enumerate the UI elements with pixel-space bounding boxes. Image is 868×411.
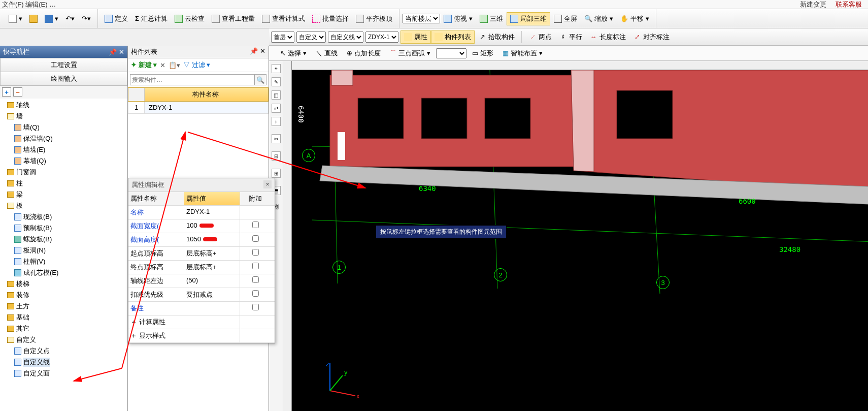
tree-earth[interactable]: 土方 bbox=[7, 301, 127, 312]
instance-select[interactable]: ZDYX-1 bbox=[365, 31, 398, 43]
open-button[interactable] bbox=[26, 13, 41, 25]
copy-button[interactable]: 📋▾ bbox=[169, 61, 180, 69]
define-button[interactable]: 定义 bbox=[101, 12, 131, 25]
tab-draw-input[interactable]: 绘图输入 bbox=[0, 72, 127, 86]
complist-toggle-button[interactable]: 构件列表 bbox=[431, 30, 475, 44]
prop-group-toggle[interactable]: ＋ 计算属性 bbox=[128, 315, 184, 329]
canvas-area[interactable]: ⌖ ✎ ◫ ⇄ ↕ 延伸 ✂ 修剪 ⊟ 打断 ⊞ 合并 ⬒ 分割 bbox=[269, 61, 868, 411]
prop-value[interactable]: 1050 bbox=[184, 233, 240, 246]
tree-wall-duo[interactable]: 墙垛(E) bbox=[14, 144, 127, 155]
tree-opening[interactable]: 门窗洞 bbox=[7, 167, 127, 178]
current-floor-select[interactable]: 当前楼层 bbox=[403, 14, 440, 23]
cloud-check-button[interactable]: 云检查 bbox=[171, 12, 208, 25]
tree-slab-cap[interactable]: 柱帽(V) bbox=[14, 256, 127, 267]
addon-checkbox[interactable] bbox=[252, 235, 259, 242]
flat-top-button[interactable]: 平齐板顶 bbox=[352, 12, 396, 25]
tree-slab[interactable]: 板 bbox=[7, 200, 127, 211]
prop-value[interactable] bbox=[184, 302, 240, 315]
menu-new-change[interactable]: 新建变更 bbox=[800, 0, 826, 9]
tool-button[interactable]: ⊟ bbox=[272, 151, 281, 161]
tool-button[interactable]: ✎ bbox=[272, 77, 281, 86]
tree-beam[interactable]: 梁 bbox=[7, 189, 127, 200]
addon-checkbox[interactable] bbox=[252, 276, 259, 283]
addon-checkbox[interactable] bbox=[252, 249, 259, 256]
tree-custom-line[interactable]: 自定义线 bbox=[14, 357, 127, 368]
tree-column[interactable]: 柱 bbox=[7, 178, 127, 189]
3d-button[interactable]: 三维 bbox=[476, 12, 507, 25]
tree-deco[interactable]: 装修 bbox=[7, 290, 127, 301]
prop-value[interactable]: (50) bbox=[184, 274, 240, 288]
tree-wall-ins[interactable]: 保温墙(Q) bbox=[14, 133, 127, 144]
length-dim-button[interactable]: ↔长度标注 bbox=[586, 30, 629, 44]
tree-axis[interactable]: 轴线 bbox=[7, 100, 127, 111]
tree-wall-q[interactable]: 墙(Q) bbox=[14, 122, 127, 133]
tree-wall[interactable]: 墙 bbox=[7, 111, 127, 122]
delete-button[interactable]: ✕ bbox=[160, 61, 165, 69]
addon-checkbox[interactable] bbox=[252, 290, 259, 297]
save-button[interactable]: ▾ bbox=[41, 13, 62, 25]
addon-checkbox[interactable] bbox=[252, 304, 259, 310]
tree-stair[interactable]: 楼梯 bbox=[7, 278, 127, 290]
local-3d-button[interactable]: 局部三维 bbox=[507, 12, 550, 25]
pin-icon[interactable]: 📌 bbox=[109, 48, 117, 56]
tree-found[interactable]: 基础 bbox=[7, 312, 127, 323]
tree-slab-core[interactable]: 成孔芯模(E) bbox=[14, 267, 127, 278]
tree-other[interactable]: 其它 bbox=[7, 323, 127, 334]
zoom-button[interactable]: 🔍缩放▾ bbox=[581, 12, 617, 25]
tool-button[interactable]: ✂ bbox=[272, 134, 281, 143]
prop-value[interactable]: 层底标高+ bbox=[184, 247, 240, 260]
subcat-select[interactable]: 自定义线 bbox=[328, 31, 363, 43]
category-select[interactable]: 自定义 bbox=[296, 31, 326, 43]
props-toggle-button[interactable]: 属性 bbox=[400, 30, 431, 44]
pan-button[interactable]: ✋平移▾ bbox=[617, 12, 653, 25]
search-input[interactable] bbox=[130, 74, 254, 85]
table-row[interactable]: 1ZDYX-1 bbox=[128, 102, 269, 114]
tree-slab-pre[interactable]: 预制板(B) bbox=[14, 223, 127, 234]
tree-slab-hole[interactable]: 板洞(N) bbox=[14, 245, 127, 256]
tree-custom-point[interactable]: 自定义点 bbox=[14, 345, 127, 357]
tree-wall-curtain[interactable]: 幕墙(Q) bbox=[14, 155, 127, 167]
tool-button[interactable]: ◫ bbox=[272, 90, 281, 100]
prop-value[interactable]: ZDYX-1 bbox=[184, 206, 240, 219]
prop-value[interactable]: 100 bbox=[184, 219, 240, 233]
undo-button[interactable]: ↶▾ bbox=[62, 13, 78, 24]
two-point-button[interactable]: ⟋两点 bbox=[525, 30, 555, 44]
redo-button[interactable]: ↷▾ bbox=[78, 13, 94, 24]
tree-custom-face[interactable]: 自定义面 bbox=[14, 368, 127, 379]
tree-slab-cast[interactable]: 现浇板(B) bbox=[14, 211, 127, 223]
filter-button[interactable]: ▽ 过滤 ▾ bbox=[183, 60, 210, 70]
search-button[interactable]: 🔍 bbox=[254, 74, 266, 85]
pick-component-button[interactable]: ↗拾取构件 bbox=[475, 30, 518, 44]
tree-custom[interactable]: 自定义 bbox=[7, 334, 127, 345]
viewport[interactable]: 6400 6340 6600 32480 A 1 2 3 按鼠标左键拉框选择需要… bbox=[292, 70, 868, 411]
addon-checkbox[interactable] bbox=[252, 222, 259, 228]
tool-button[interactable]: ↕ bbox=[272, 117, 281, 126]
top-view-button[interactable]: 俯视▾ bbox=[440, 12, 476, 25]
parallel-button[interactable]: ♯平行 bbox=[555, 30, 586, 44]
align-dim-button[interactable]: ⤢对齐标注 bbox=[629, 30, 673, 44]
new-file-button[interactable]: ▾ bbox=[5, 13, 26, 25]
tool-button[interactable]: ⌖ bbox=[272, 64, 281, 73]
prop-value[interactable]: 要扣减点 bbox=[184, 288, 240, 301]
close-icon[interactable]: ✕ bbox=[260, 47, 265, 55]
new-component-button[interactable]: ✦ 新建 ▾ bbox=[131, 60, 157, 70]
sum-calc-button[interactable]: Σ 汇总计算 bbox=[131, 12, 171, 25]
menu-contact[interactable]: 联系客服 bbox=[836, 0, 862, 9]
fullscreen-button[interactable]: 全屏 bbox=[550, 12, 581, 25]
prop-group-toggle[interactable]: ＋ 显示样式 bbox=[128, 329, 184, 342]
tool-button[interactable]: ⊞ bbox=[272, 169, 281, 178]
floor-select[interactable]: 首层 bbox=[271, 31, 294, 43]
tool-button[interactable]: ⇄ bbox=[272, 104, 281, 113]
prop-value[interactable]: 层底标高+ bbox=[184, 261, 240, 274]
addon-checkbox[interactable] bbox=[252, 263, 259, 269]
collapse-button[interactable]: − bbox=[13, 87, 22, 97]
expand-button[interactable]: + bbox=[2, 87, 11, 97]
tree-slab-spiral[interactable]: 螺旋板(B) bbox=[14, 234, 127, 245]
tab-project-settings[interactable]: 工程设置 bbox=[0, 58, 127, 72]
close-icon[interactable]: × bbox=[263, 180, 272, 188]
close-icon[interactable]: ✕ bbox=[119, 48, 124, 56]
view-qty-button[interactable]: 查看工程量 bbox=[208, 12, 258, 25]
batch-select-button[interactable]: 批量选择 bbox=[309, 12, 352, 25]
view-expr-button[interactable]: 查看计算式 bbox=[258, 12, 309, 25]
pin-icon[interactable]: 📌 bbox=[250, 47, 258, 55]
